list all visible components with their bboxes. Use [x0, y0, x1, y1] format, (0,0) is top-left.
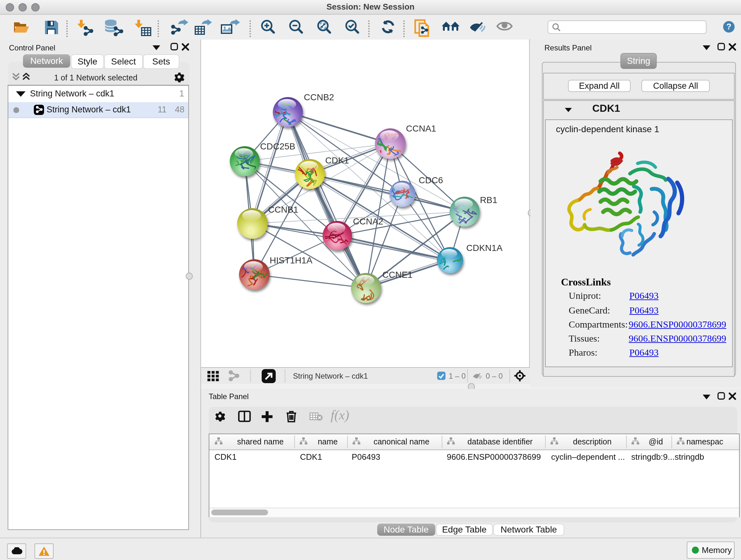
svg-text:RB1: RB1	[480, 195, 497, 205]
svg-text:CDK1: CDK1	[325, 155, 349, 165]
svg-text:CDC25B: CDC25B	[260, 141, 295, 151]
svg-text:CDKN1A: CDKN1A	[466, 243, 502, 253]
svg-text:HIST1H1A: HIST1H1A	[269, 255, 312, 265]
svg-text:CCNA1: CCNA1	[406, 124, 436, 133]
svg-text:CCNB2: CCNB2	[304, 92, 334, 102]
svg-text:CCNE1: CCNE1	[382, 270, 412, 280]
svg-text:CDC6: CDC6	[418, 175, 443, 185]
svg-text:CCNB1: CCNB1	[268, 205, 298, 214]
svg-text:CCNA2: CCNA2	[353, 216, 383, 226]
